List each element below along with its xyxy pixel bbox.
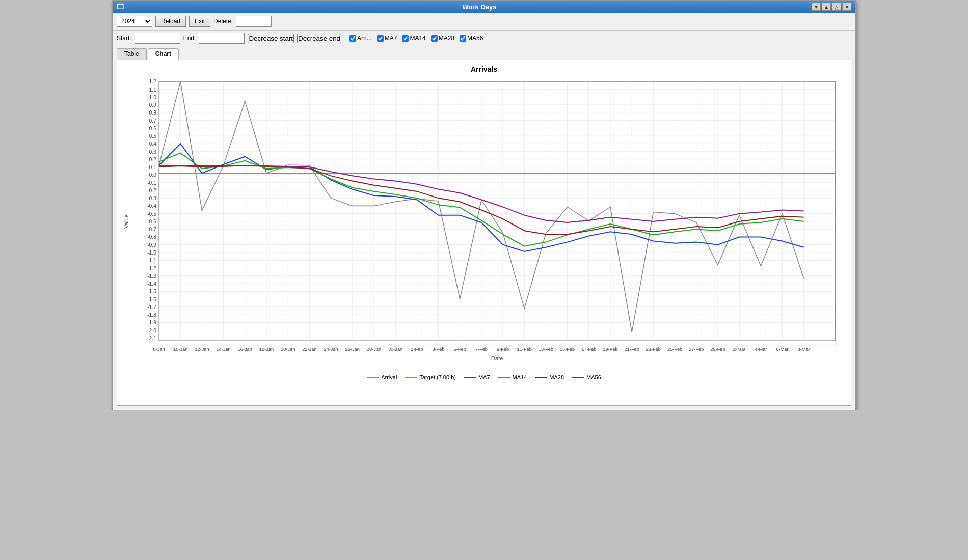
svg-text:1.2: 1.2 [149,79,157,85]
chart-container: Arrivals 1.2 1.1 1.0 0.9 0.8 0.7 0.6 0.5… [117,60,851,406]
svg-text:-2.0: -2.0 [147,328,156,333]
x-axis-label: Date [491,355,503,361]
start-input[interactable] [135,33,180,44]
restore-button[interactable]: ▲ [822,3,831,11]
svg-text:-0.8: -0.8 [147,235,156,240]
svg-text:-0.1: -0.1 [147,180,156,186]
tab-table[interactable]: Table [117,48,147,60]
legend-ma56: MA56 [572,374,601,380]
svg-text:21-Feb: 21-Feb [625,347,639,352]
svg-text:2-Mar: 2-Mar [733,347,745,352]
svg-text:12-Jan: 12-Jan [195,347,209,352]
svg-text:17-Feb: 17-Feb [581,347,596,352]
decrease-start-button[interactable]: Decrease start [248,34,294,43]
svg-text:-0.3: -0.3 [147,195,156,201]
legend-target: Target (7.00 h) [405,374,456,380]
svg-text:18-Jan: 18-Jan [259,347,274,352]
svg-text:-0.7: -0.7 [147,227,156,232]
svg-text:1-Feb: 1-Feb [411,347,423,352]
row2: Start: End: Decrease start Decrease end … [113,31,855,46]
cb-arri-label: Arri... [357,35,372,42]
tab-chart[interactable]: Chart [148,48,179,60]
cb-ma56-label: MA56 [467,35,483,42]
svg-text:0.1: 0.1 [149,164,157,170]
legend-arrival: Arrival [367,374,397,380]
svg-text:13-Feb: 13-Feb [539,347,553,352]
legend-arrival-label: Arrival [381,374,397,380]
svg-text:22-Jan: 22-Jan [302,347,316,352]
window-controls: ▼ ▲ △ ✕ [812,3,851,11]
svg-text:20-Jan: 20-Jan [281,347,295,352]
start-label: Start: [117,35,131,42]
svg-text:8-Mar: 8-Mar [798,347,810,352]
svg-text:-0.9: -0.9 [147,242,156,248]
svg-text:-2.1: -2.1 [147,335,156,341]
svg-text:27-Feb: 27-Feb [689,347,704,352]
checkbox-ma56: MA56 [460,35,483,42]
legend-target-line [405,377,417,378]
main-window: 🗔 Work Days ▼ ▲ △ ✕ 2022 2023 2024 2025 … [112,0,856,410]
svg-text:30-Jan: 30-Jan [388,347,402,352]
title-bar: 🗔 Work Days ▼ ▲ △ ✕ [113,1,855,13]
legend-ma14-line [498,377,510,378]
decrease-end-button[interactable]: Decrease end [297,34,341,43]
svg-text:19-Feb: 19-Feb [603,347,617,352]
close-button[interactable]: ✕ [842,3,851,11]
svg-text:-1.8: -1.8 [147,312,156,318]
svg-text:0.0: 0.0 [149,172,157,178]
legend-ma7-line [464,377,476,378]
svg-text:1.0: 1.0 [149,95,157,100]
cb-arri-input[interactable] [349,35,356,42]
checkbox-ma28: MA28 [431,35,454,42]
svg-text:29-Feb: 29-Feb [710,347,725,352]
svg-text:0.9: 0.9 [149,102,157,108]
svg-text:-1.1: -1.1 [147,258,156,263]
reload-button[interactable]: Reload [155,16,186,27]
svg-text:3-Feb: 3-Feb [432,347,444,352]
svg-text:6-Mar: 6-Mar [776,347,788,352]
svg-text:-1.4: -1.4 [147,281,156,287]
cb-ma28-input[interactable] [431,35,438,42]
minimize-button[interactable]: ▼ [812,3,821,11]
year-select[interactable]: 2022 2023 2024 2025 [117,16,152,27]
svg-text:15-Feb: 15-Feb [560,347,575,352]
svg-text:14-Jan: 14-Jan [216,347,230,352]
cb-ma28-label: MA28 [439,35,454,42]
svg-text:-1.6: -1.6 [147,297,156,302]
legend-ma28-label: MA28 [549,374,564,380]
svg-text:-1.5: -1.5 [147,289,156,294]
maximize-button[interactable]: △ [832,3,841,11]
svg-text:5-Feb: 5-Feb [454,347,466,352]
cb-ma14-input[interactable] [402,35,409,42]
legend-ma14: MA14 [498,374,527,380]
chart-title: Arrivals [122,65,846,73]
svg-text:7-Feb: 7-Feb [475,347,488,352]
svg-text:0.6: 0.6 [149,126,157,131]
svg-text:-1.3: -1.3 [147,273,156,279]
svg-text:0.2: 0.2 [149,157,157,162]
legend-ma56-label: MA56 [586,374,601,380]
legend-ma56-line [572,377,584,378]
title-bar-icon: 🗔 [117,3,124,11]
svg-text:-0.4: -0.4 [147,204,156,209]
cb-ma56-input[interactable] [460,35,466,42]
svg-text:0.5: 0.5 [149,133,157,139]
exit-button[interactable]: Exit [189,16,210,27]
svg-text:16-Jan: 16-Jan [238,347,252,352]
delete-label: Delete: [213,18,233,25]
legend-ma28-line [535,377,547,378]
chart-svg: 1.2 1.1 1.0 0.9 0.8 0.7 0.6 0.5 0.4 0.3 … [122,76,846,372]
svg-text:-1.0: -1.0 [147,250,156,256]
end-input[interactable] [199,33,245,44]
svg-text:9-Feb: 9-Feb [497,347,509,352]
cb-ma7-input[interactable] [377,35,384,42]
svg-text:11-Feb: 11-Feb [517,347,532,352]
end-label: End: [183,35,196,42]
delete-input[interactable] [236,16,272,27]
svg-text:8-Jan: 8-Jan [153,347,165,352]
svg-text:-1.9: -1.9 [147,320,156,325]
svg-text:0.3: 0.3 [149,149,157,155]
svg-text:24-Jan: 24-Jan [324,347,338,352]
svg-text:28-Jan: 28-Jan [367,347,381,352]
legend-ma7-label: MA7 [478,374,490,380]
